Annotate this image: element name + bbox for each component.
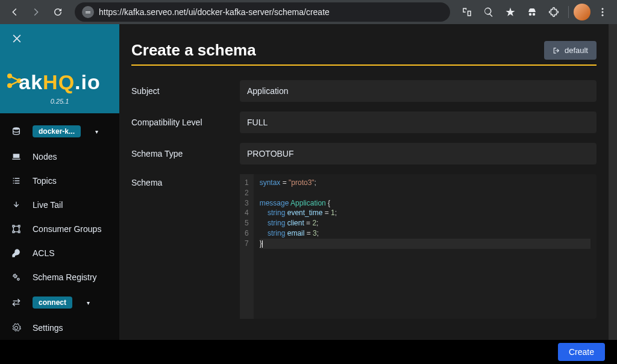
- sidebar-item-acls[interactable]: ACLS: [0, 241, 119, 265]
- sidebar-item-schema-registry[interactable]: Schema Registry: [0, 265, 119, 289]
- sign-in-icon: [553, 46, 561, 55]
- database-icon: [11, 127, 22, 136]
- download-icon: [11, 200, 22, 210]
- page-title: Create a schema: [131, 41, 256, 60]
- browser-toolbar: https://kafka.serveo.net/ui/docker-kafka…: [0, 0, 617, 24]
- zoom-icon[interactable]: [479, 2, 498, 22]
- schema-type-select[interactable]: [240, 143, 597, 165]
- svg-point-7: [14, 275, 16, 277]
- editor-gutter: 1234567: [240, 174, 254, 319]
- back-button[interactable]: [5, 2, 24, 22]
- editor-caret: [262, 240, 263, 248]
- address-bar[interactable]: https://kafka.serveo.net/ui/docker-kafka…: [75, 2, 450, 22]
- default-button[interactable]: default: [544, 41, 597, 60]
- sidebar-item-nodes[interactable]: Nodes: [0, 145, 119, 169]
- forward-button[interactable]: [27, 2, 46, 22]
- sidebar-item-live-tail[interactable]: Live Tail: [0, 193, 119, 217]
- sidebar-cluster-select[interactable]: docker-k...▾: [0, 118, 119, 145]
- svg-point-6: [13, 127, 20, 130]
- list-icon: [11, 176, 22, 186]
- incognito-icon[interactable]: [522, 2, 542, 22]
- schema-label: Schema: [131, 174, 240, 187]
- sidebar-item-topics[interactable]: Topics: [0, 169, 119, 193]
- svg-point-0: [602, 8, 604, 10]
- bookmark-icon[interactable]: [501, 2, 520, 22]
- key-icon: [11, 248, 22, 258]
- url-text: https://kafka.serveo.net/ui/docker-kafka…: [99, 7, 330, 17]
- brand-header: akHQ.io 0.25.1: [0, 24, 119, 113]
- profile-avatar[interactable]: [574, 4, 590, 20]
- sidebar-close-icon[interactable]: [11, 33, 23, 47]
- subject-label: Subject: [131, 86, 240, 96]
- object-group-icon: [11, 224, 22, 234]
- gear-icon: [11, 323, 22, 333]
- sidebar-connect-select[interactable]: connect▾: [0, 289, 119, 316]
- reload-button[interactable]: [48, 2, 67, 22]
- translate-icon[interactable]: [457, 2, 477, 22]
- svg-point-2: [602, 14, 604, 16]
- brand-version: 0.25.1: [0, 98, 119, 105]
- toolbar-divider: [568, 6, 569, 18]
- exchange-icon: [11, 298, 22, 307]
- main-content: Create a schema default Subject Compatib…: [119, 24, 609, 340]
- schema-type-label: Schema Type: [131, 149, 240, 158]
- brand-logo-text: akHQ.io: [0, 71, 119, 94]
- compat-label: Compatibility Level: [131, 118, 240, 127]
- site-info-icon[interactable]: [82, 6, 94, 18]
- laptop-icon: [11, 152, 22, 162]
- create-button[interactable]: Create: [558, 343, 605, 361]
- svg-point-1: [602, 11, 604, 13]
- sidebar-item-consumer-groups[interactable]: Consumer Groups: [0, 217, 119, 241]
- schema-code-editor[interactable]: 1234567 syntax = "proto3"; message Appli…: [240, 174, 597, 319]
- footer-bar: Create: [0, 340, 617, 364]
- extensions-icon[interactable]: [544, 2, 563, 22]
- browser-menu-icon[interactable]: [593, 2, 612, 22]
- cogs-icon: [11, 272, 22, 282]
- svg-point-8: [17, 278, 19, 280]
- compat-select[interactable]: [240, 111, 597, 133]
- subject-input[interactable]: [240, 80, 597, 102]
- chevron-down-icon: ▾: [95, 128, 98, 135]
- scrollbar[interactable]: [609, 24, 617, 340]
- sidebar: akHQ.io 0.25.1 docker-k...▾ Nodes Topics…: [0, 24, 119, 340]
- editor-code[interactable]: syntax = "proto3"; message Application {…: [254, 174, 597, 319]
- chevron-down-icon: ▾: [87, 300, 90, 306]
- sidebar-item-settings[interactable]: Settings: [0, 316, 119, 340]
